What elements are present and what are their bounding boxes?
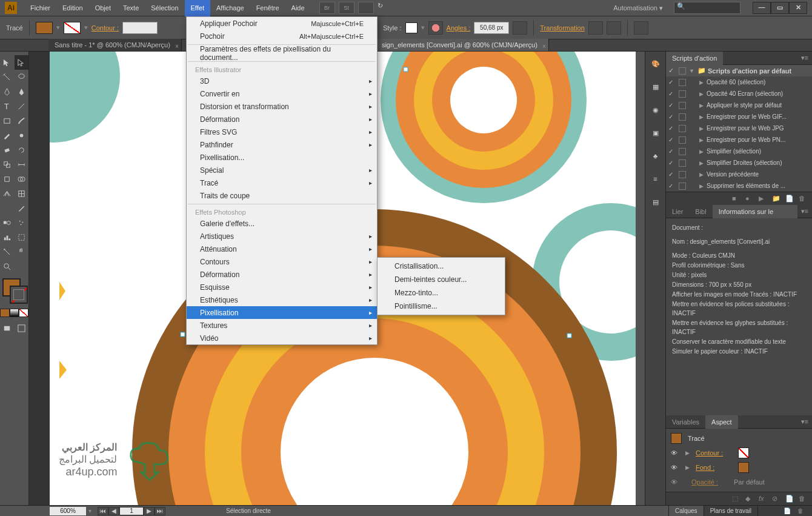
menuitem[interactable]: Contours▸ [187, 255, 377, 268]
menuitem[interactable]: Spécial▸ [187, 164, 377, 176]
stock-icon[interactable]: St [339, 2, 354, 14]
action-item[interactable]: ✓▶Enregistrer pour le Web PN... [666, 134, 812, 146]
zoom-tool[interactable] [0, 259, 15, 273]
submenu-item[interactable]: Mezzo-tinto... [378, 286, 505, 300]
panel-menu-icon[interactable]: ▾≡ [797, 207, 812, 215]
action-item[interactable]: ✓▶Supprimer les éléments de ... [666, 180, 812, 192]
variables-tab[interactable]: Variables [666, 415, 705, 429]
contour-swatch[interactable] [738, 447, 749, 458]
minimize-button[interactable]: — [753, 2, 771, 14]
action-item[interactable]: ✓▶Simplifier (sélection) [666, 146, 812, 157]
curvature-tool[interactable] [15, 84, 29, 99]
menuitem[interactable]: Filtres SVG▸ [187, 126, 377, 138]
angles-input[interactable]: 50,68 px [474, 22, 509, 34]
last-artboard-button[interactable]: ⏭ [155, 507, 165, 515]
delete-icon[interactable]: 🗑 [799, 495, 807, 503]
new-action-icon[interactable]: 📄 [785, 195, 794, 203]
stroke-panel-icon[interactable]: ♣ [650, 150, 662, 162]
visibility-icon[interactable]: 👁 [671, 464, 679, 471]
menuitem[interactable]: Traits de coupe [187, 189, 377, 202]
artboard-number[interactable]: 1 [119, 507, 144, 515]
duplicate-icon[interactable]: 📄 [785, 495, 794, 503]
angles-link[interactable]: Angles : [447, 24, 471, 32]
close-icon[interactable]: × [175, 41, 179, 53]
isolate-icon[interactable] [588, 21, 603, 35]
menu-edit[interactable]: Edition [56, 0, 89, 16]
bridge-icon[interactable]: Br [319, 2, 335, 14]
prev-artboard-button[interactable]: ◀ [108, 507, 119, 515]
fond-swatch[interactable] [738, 462, 749, 473]
menuitem[interactable]: Vidéo▸ [187, 332, 377, 344]
direct-selection-tool[interactable] [15, 55, 29, 70]
free-transform-tool[interactable] [0, 172, 15, 186]
menuitem[interactable]: Déformation▸ [187, 113, 377, 126]
swatches-panel-icon[interactable]: ▦ [650, 81, 662, 93]
scale-tool[interactable] [0, 157, 15, 172]
artboards-tab[interactable]: Plans de travail [704, 506, 757, 517]
menuitem-raster-settings[interactable]: Paramètres des effets de pixellisation d… [187, 47, 377, 59]
menuitem[interactable]: Convertir en▸ [187, 87, 377, 100]
menuitem[interactable]: 3D▸ [187, 75, 377, 87]
menuitem[interactable]: Galerie d'effets... [187, 217, 377, 230]
menuitem[interactable]: Esquisse▸ [187, 281, 377, 293]
brushes-panel-icon[interactable]: ◉ [650, 104, 662, 116]
pencil-tool[interactable] [0, 128, 15, 142]
slice-tool[interactable] [0, 244, 15, 259]
record-icon[interactable]: ● [745, 195, 754, 203]
shape-builder-tool[interactable] [15, 172, 29, 186]
submenu-item[interactable]: Demi-teintes couleur... [378, 273, 505, 286]
links-tab[interactable]: Lier [666, 205, 689, 218]
line-tool[interactable] [15, 99, 29, 113]
delete-icon[interactable]: 🗑 [799, 195, 807, 203]
gradient-panel-icon[interactable]: ≡ [650, 173, 662, 185]
print-tiling-tool[interactable] [15, 259, 29, 273]
color-mode-none[interactable] [19, 309, 28, 317]
document-tab-1[interactable]: Sans titre - 1* @ 600% (CMJN/Aperçu)× [48, 39, 182, 51]
maximize-button[interactable]: ▭ [771, 2, 789, 14]
action-item[interactable]: ✓▶Version précédente [666, 169, 812, 180]
perspective-grid-tool[interactable] [0, 186, 15, 201]
next-artboard-button[interactable]: ▶ [144, 507, 155, 515]
style-swatch[interactable] [405, 22, 418, 33]
rectangle-tool[interactable] [0, 113, 15, 128]
symbol-sprayer-tool[interactable] [15, 215, 29, 230]
group-icon[interactable] [607, 21, 621, 35]
hand-tool[interactable] [15, 244, 29, 259]
menu-window[interactable]: Fenêtre [250, 0, 285, 16]
close-button[interactable]: ✕ [789, 2, 807, 14]
color-mode-gradient[interactable] [10, 309, 19, 317]
zoom-input[interactable]: 600% [50, 507, 86, 515]
selection-tool[interactable] [0, 55, 15, 70]
fill-swatch[interactable] [36, 22, 53, 34]
vertical-scrollbar[interactable] [636, 52, 645, 505]
menuitem[interactable]: Artistiques▸ [187, 230, 377, 243]
width-tool[interactable] [15, 157, 29, 172]
eyedropper-tool[interactable] [15, 201, 29, 215]
visibility-icon[interactable]: 👁 [671, 478, 679, 486]
fill-stroke-swatch[interactable] [0, 277, 28, 306]
menuitem[interactable]: Esthétiques▸ [187, 293, 377, 306]
screen-mode-full[interactable] [15, 321, 29, 335]
menuitem[interactable]: Distorsion et transformation▸ [187, 100, 377, 113]
lasso-tool[interactable] [15, 70, 29, 84]
eraser-tool[interactable] [0, 142, 15, 157]
opacity-icon[interactable] [428, 21, 443, 35]
sync-icon[interactable]: ↻ [378, 2, 393, 14]
workspace-switcher[interactable]: Automatisation ▾ [607, 4, 669, 12]
transformation-link[interactable]: Transformation [540, 24, 585, 32]
artboard-tool[interactable] [15, 230, 29, 244]
paintbrush-tool[interactable] [15, 113, 29, 128]
menuitem[interactable]: Pixellisation▸ [187, 306, 377, 319]
menuitem-last-effect[interactable]: PochoirAlt+Majuscule+Ctrl+E [187, 30, 377, 42]
actions-tab[interactable]: Scripts d'action [666, 52, 723, 65]
new-fill-icon[interactable]: ◆ [745, 495, 754, 503]
action-item[interactable]: ✓▶Simplifier Droites (sélection) [666, 157, 812, 169]
column-graph-tool[interactable] [0, 230, 15, 244]
new-folder-icon[interactable]: 📁 [772, 195, 780, 203]
play-icon[interactable]: ▶ [759, 195, 767, 203]
contour-link[interactable]: Contour : [696, 449, 732, 457]
arrange-icon[interactable] [358, 2, 374, 14]
actions-folder[interactable]: ✓▼ 📁 Scripts d'action par défaut [666, 65, 812, 76]
docinfo-tab[interactable]: Informations sur le document [713, 205, 797, 218]
action-item[interactable]: ✓▶Opacité 40 Ecran (sélection) [666, 88, 812, 99]
